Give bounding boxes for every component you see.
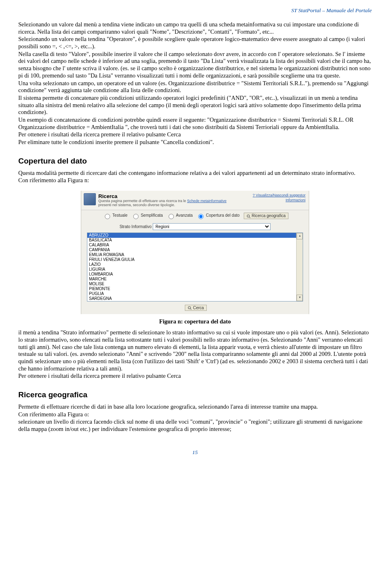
magnifier-icon <box>247 214 251 218</box>
list-item[interactable]: CAMPANIA <box>87 248 303 252</box>
panel-top-links: ? Visualizza/Nascondi suggestor Informaz… <box>253 193 306 203</box>
list-item[interactable]: MOLISE <box>87 282 303 286</box>
paragraph: Selezionando un valore nella tendina "Op… <box>18 36 372 50</box>
strato-label: Strato Informativo <box>119 224 152 229</box>
list-item[interactable]: PIEMONTE <box>87 286 303 291</box>
strato-select[interactable]: Regioni <box>153 223 271 230</box>
figure-caption: Figura n: copertura del dato <box>18 318 372 325</box>
book-icon <box>84 193 96 205</box>
toggle-suggestor-link[interactable]: ? Visualizza/Nascondi suggestor <box>253 193 306 197</box>
radio-semplificata[interactable]: Semplificata <box>131 213 163 218</box>
figure-container: Ricerca Questa pagina permette di effett… <box>18 191 372 314</box>
list-item[interactable]: LIGURIA <box>87 267 303 272</box>
paragraph: il menù a tendina "Strato informativo" p… <box>18 329 372 372</box>
paragraph: Il sistema permette di concatenare più c… <box>18 95 372 116</box>
strato-row: Strato Informativo Regioni <box>81 222 309 233</box>
panel-header: Ricerca Questa pagina permette di effett… <box>81 191 309 210</box>
list-item[interactable]: PUGLIA <box>87 291 303 296</box>
cerca-button[interactable]: Cerca <box>185 305 207 311</box>
informazioni-link[interactable]: Informazioni <box>253 198 306 202</box>
paragraph: selezionare un livello di ricerca facend… <box>18 418 372 433</box>
panel-subtitle: Questa pagina permette di effettuare una… <box>98 199 236 207</box>
list-item[interactable]: LAZIO <box>87 262 303 267</box>
paragraph: Con riferimento alla Figura n: <box>18 177 372 184</box>
help-icon: ? <box>253 193 256 197</box>
list-item[interactable]: EMILIA ROMAGNA <box>87 252 303 257</box>
ricerca-geografica-button[interactable]: Ricerca geografica <box>244 213 288 219</box>
paragraph: Un esempio di concatenazione di condizio… <box>18 116 372 131</box>
paragraph: Per eliminare tutte le condizioni inseri… <box>18 139 372 146</box>
paragraph: Questa modalità permette di ricercare da… <box>18 170 372 177</box>
search-type-row: Testuale Semplificata Avanzata Copertura… <box>81 210 309 222</box>
page-number: 15 <box>18 449 372 456</box>
section-title-geografica: Ricerca geografica <box>18 390 372 399</box>
paragraph: Per ottenere i risultati della ricerca p… <box>18 373 372 380</box>
svg-line-1 <box>249 217 250 218</box>
page-header: ST StatPortal – Manuale del Portale <box>18 7 372 14</box>
magnifier-icon <box>188 306 192 310</box>
svg-line-3 <box>191 309 192 310</box>
scroll-up-icon[interactable]: ▴ <box>297 233 303 239</box>
paragraph: Selezionando un valore dal menù a tendin… <box>18 21 372 35</box>
subtitle-text: Questa pagina permette di effettuare una… <box>98 199 187 203</box>
list-item[interactable]: FRIULI VENEZIA GIULIA <box>87 257 303 262</box>
paragraph: Per ottenere i risultati della ricerca p… <box>18 131 372 138</box>
section-title-copertura: Copertura del dato <box>18 157 372 166</box>
schede-link[interactable]: Schede metainformative <box>187 199 226 203</box>
radio-avanzata[interactable]: Avanzata <box>167 213 193 218</box>
list-item[interactable]: MARCHE <box>87 277 303 282</box>
values-listbox[interactable]: ABRUZZOBASILICATACALABRIACAMPANIAEMILIA … <box>87 233 303 302</box>
list-item[interactable]: SARDEGNA <box>87 296 303 301</box>
radio-testuale[interactable]: Testuale <box>103 213 128 218</box>
svg-point-0 <box>247 215 249 217</box>
scrollbar[interactable]: ▴ ▾ <box>296 233 303 301</box>
paragraph: Con riferimento alla Figura o: <box>18 411 372 418</box>
list-item[interactable]: ABRUZZO <box>87 233 303 238</box>
radio-copertura[interactable]: Copertura del dato <box>196 213 240 218</box>
list-item[interactable]: LOMBARDIA <box>87 272 303 277</box>
ricerca-panel: Ricerca Questa pagina permette di effett… <box>81 191 309 314</box>
subtitle-text: presenti nel sistema, secondo diverse ti… <box>98 203 175 207</box>
scroll-down-icon[interactable]: ▾ <box>297 295 303 301</box>
paragraph: Permette di effettuare ricerche di dati … <box>18 403 372 411</box>
paragraph: Nella casella di testo "Valore", possibi… <box>18 51 372 80</box>
svg-point-2 <box>188 306 191 309</box>
paragraph: Una volta selezionato un campo, un opera… <box>18 80 372 94</box>
list-item[interactable]: BASILICATA <box>87 238 303 243</box>
list-item[interactable]: CALABRIA <box>87 243 303 248</box>
panel-title: Ricerca <box>98 193 253 199</box>
